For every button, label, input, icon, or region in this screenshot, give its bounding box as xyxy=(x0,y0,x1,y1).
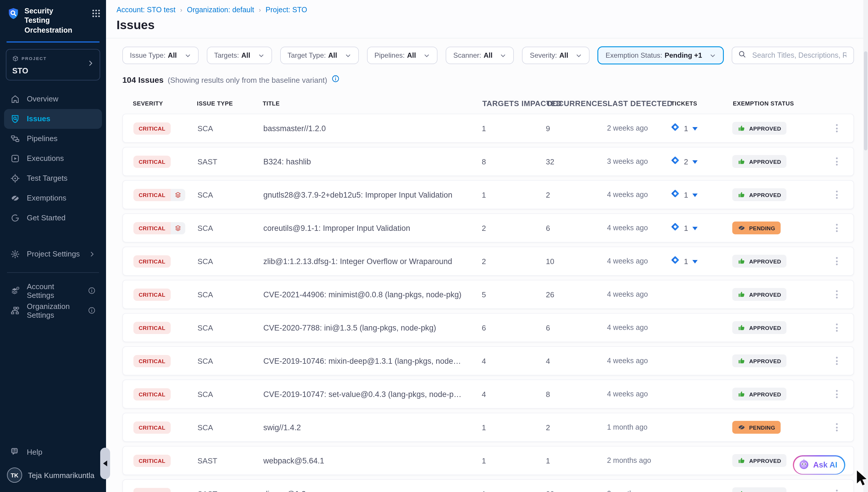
sidebar-item-issues[interactable]: Issues xyxy=(4,109,102,129)
table-row[interactable]: CRITICAL SCA CVE-2020-7788: ini@1.3.5 (l… xyxy=(122,313,854,342)
row-menu-button[interactable] xyxy=(824,114,849,142)
tickets-cell[interactable]: 2 xyxy=(661,156,725,167)
row-menu-button[interactable] xyxy=(824,280,849,309)
severity-badge: CRITICAL xyxy=(133,488,171,492)
sidebar-item-overview[interactable]: Overview xyxy=(4,89,102,109)
last-detected: 2 weeks ago xyxy=(594,124,661,132)
sidebar-item-organization-settings[interactable]: Organization Settings xyxy=(4,301,102,321)
project-selector[interactable]: PROJECT STO xyxy=(6,49,100,80)
breadcrumb-org-link[interactable]: Organization: default xyxy=(187,6,254,14)
severity-badge: CRITICAL xyxy=(133,321,171,334)
sidebar-item-project-settings[interactable]: Project Settings xyxy=(4,244,102,264)
table-row[interactable]: CRITICAL SCA CVE-2019-10746: mixin-deep@… xyxy=(122,346,854,375)
executions-icon xyxy=(10,154,20,163)
tickets-cell[interactable]: 1 xyxy=(661,189,725,200)
table-row[interactable]: CRITICAL SAST B324: hashlib 8 32 3 weeks… xyxy=(122,147,854,176)
issue-type: SAST xyxy=(198,489,263,492)
table-row[interactable]: CRITICAL SCA CVE-2019-10747: set-value@0… xyxy=(122,379,854,409)
row-menu-button[interactable] xyxy=(824,247,849,275)
tickets-cell[interactable]: 1 xyxy=(661,122,725,134)
caret-down-icon[interactable] xyxy=(692,123,698,133)
table-row[interactable]: CRITICAL SAST django@1.2 1 22 2 months a… xyxy=(122,479,854,492)
sidebar-item-executions[interactable]: Executions xyxy=(4,149,102,169)
occurrences: 6 xyxy=(533,323,594,332)
table-row[interactable]: CRITICAL SCA bassmaster//1.2.0 1 9 2 wee… xyxy=(122,114,854,143)
sidebar-item-label: Account Settings xyxy=(27,282,81,300)
ask-ai-button[interactable]: Ask AI xyxy=(793,455,845,474)
sidebar-item-test-targets[interactable]: Test Targets xyxy=(4,169,102,188)
row-menu-button[interactable] xyxy=(824,380,849,408)
info-icon[interactable] xyxy=(331,75,339,85)
sidebar-collapse-button[interactable] xyxy=(100,448,110,479)
filter-issue-type[interactable]: Issue Type:All xyxy=(122,47,199,64)
table-row[interactable]: CRITICAL SCA zlib@1:1.2.13.dfsg-1: Integ… xyxy=(122,247,854,276)
sidebar: Security Testing Orchestration PROJECT S… xyxy=(0,0,106,492)
caret-down-icon[interactable] xyxy=(692,156,698,167)
breadcrumb-account-link[interactable]: Account: STO test xyxy=(116,6,175,14)
row-menu-button[interactable] xyxy=(824,314,849,342)
issue-type: SCA xyxy=(198,257,263,266)
occurrences: 4 xyxy=(533,356,594,365)
targets-impacted: 1 xyxy=(469,190,533,199)
chevron-down-icon xyxy=(184,52,191,58)
mouse-cursor xyxy=(855,470,868,490)
exemption-status-badge: PENDING xyxy=(732,222,780,234)
filter-toolbar: Issue Type:All Targets:All Target Type:A… xyxy=(122,47,854,64)
row-menu-button[interactable] xyxy=(824,214,849,242)
row-menu-button[interactable] xyxy=(824,347,849,375)
issue-title: gnutls28@3.7.9-2+deb12u5: Improper Input… xyxy=(263,190,469,199)
filter-target-type[interactable]: Target Type:All xyxy=(280,47,359,64)
targets-impacted: 2 xyxy=(469,257,533,266)
targets-impacted: 8 xyxy=(469,157,533,166)
user-menu[interactable]: TK Teja Kummarikuntla xyxy=(0,462,106,492)
issue-type: SCA xyxy=(198,423,263,432)
table-row[interactable]: CRITICAL SCA coreutils@9.1-1: Improper I… xyxy=(122,213,854,243)
sidebar-item-help[interactable]: ? Help xyxy=(4,442,102,462)
scrollbar[interactable] xyxy=(863,0,868,492)
sidebar-item-get-started[interactable]: Get Started xyxy=(4,208,102,228)
sidebar-item-pipelines[interactable]: Pipelines xyxy=(4,129,102,149)
breadcrumb: Account: STO test › Organization: defaul… xyxy=(116,6,854,14)
exemption-status-badge: APPROVED xyxy=(732,388,786,400)
search-input[interactable] xyxy=(751,51,848,60)
ticket-count: 1 xyxy=(684,224,688,232)
exemption-status-badge: APPROVED xyxy=(732,288,786,301)
issue-count: 104 Issues xyxy=(122,75,164,84)
caret-down-icon[interactable] xyxy=(692,223,698,233)
ai-robot-icon xyxy=(798,458,810,472)
row-menu-button[interactable] xyxy=(824,147,849,175)
col-last-detected: LAST DETECTED xyxy=(595,99,662,108)
tickets-cell[interactable]: 1 xyxy=(661,255,725,267)
row-menu-button[interactable] xyxy=(824,480,849,492)
last-detected: 4 weeks ago xyxy=(594,357,661,365)
ticket-count: 1 xyxy=(684,257,688,266)
filter-exemption-status[interactable]: Exemption Status:Pending +1 xyxy=(598,47,724,64)
module-grid-icon[interactable] xyxy=(92,9,100,20)
chevron-right-icon xyxy=(87,59,95,70)
tickets-cell[interactable]: 1 xyxy=(661,222,725,234)
caret-down-icon[interactable] xyxy=(692,256,698,266)
filter-pipelines[interactable]: Pipelines:All xyxy=(367,47,438,64)
caret-down-icon[interactable] xyxy=(692,190,698,200)
row-menu-button[interactable] xyxy=(824,413,849,441)
chevron-down-icon xyxy=(423,52,430,58)
info-icon xyxy=(88,287,96,295)
breadcrumb-project-link[interactable]: Project: STO xyxy=(266,6,307,14)
cube-icon xyxy=(12,54,19,64)
filter-severity[interactable]: Severity:All xyxy=(522,47,590,64)
scrollbar-thumb[interactable] xyxy=(864,51,867,150)
sidebar-item-label: Organization Settings xyxy=(27,302,81,319)
last-detected: 4 weeks ago xyxy=(594,224,661,232)
table-row[interactable]: CRITICAL SCA swig//1.4.2 1 2 1 month ago… xyxy=(122,413,854,442)
issue-title: CVE-2020-7788: ini@1.3.5 (lang-pkgs, nod… xyxy=(263,323,469,332)
table-row[interactable]: CRITICAL SCA CVE-2021-44906: minimist@0.… xyxy=(122,280,854,309)
filter-scanner[interactable]: Scanner:All xyxy=(446,47,514,64)
sidebar-item-exemptions[interactable]: Exemptions xyxy=(4,188,102,208)
sidebar-item-account-settings[interactable]: Account Settings xyxy=(4,281,102,301)
page-title: Issues xyxy=(116,18,854,32)
row-menu-button[interactable] xyxy=(824,181,849,209)
table-row[interactable]: CRITICAL SAST webpack@5.64.1 1 1 2 month… xyxy=(122,446,854,475)
filter-targets[interactable]: Targets:All xyxy=(207,47,272,64)
issue-type: SCA xyxy=(198,290,263,299)
table-row[interactable]: CRITICAL SCA gnutls28@3.7.9-2+deb12u5: I… xyxy=(122,180,854,209)
